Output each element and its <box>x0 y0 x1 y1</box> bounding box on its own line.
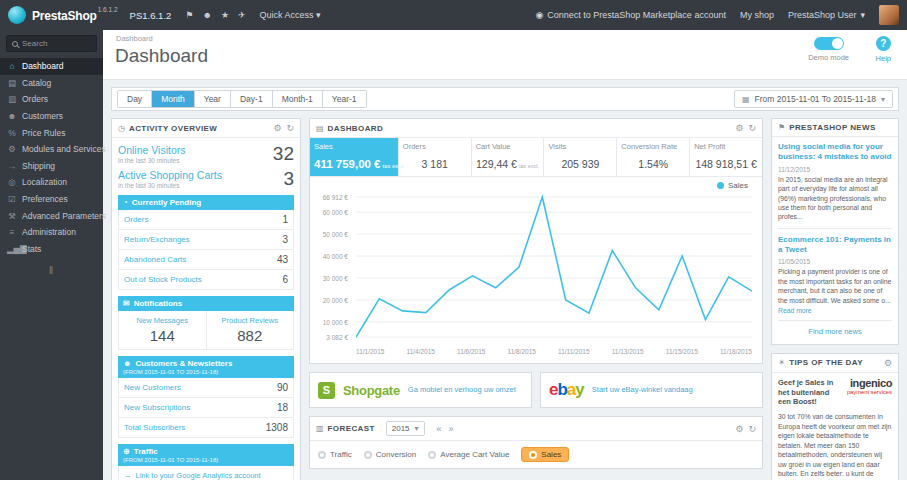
range-year-1-button[interactable]: Year-1 <box>323 91 366 108</box>
range-month-button[interactable]: Month <box>152 91 195 108</box>
star-icon[interactable]: ★ <box>221 10 229 20</box>
shopgate-link[interactable]: Ga mobiel en verhoog uw omzet <box>408 385 516 394</box>
range-year-button[interactable]: Year <box>195 91 231 108</box>
gear-icon[interactable]: ⚙ <box>735 424 743 434</box>
sidebar-collapse-icon[interactable]: ‖ <box>0 265 103 276</box>
forecast-avg-cart-toggle[interactable]: Average Cart Value <box>428 450 509 459</box>
help-button[interactable]: ? Help <box>876 36 891 63</box>
envelope-icon: ✉ <box>123 299 130 308</box>
sidebar-item-orders[interactable]: ▥Orders <box>0 91 103 108</box>
sidebar-item-administration[interactable]: ≡Administration <box>0 224 103 241</box>
ingenico-logo: ingenico payment services <box>847 378 892 396</box>
refresh-icon[interactable]: ↻ <box>748 123 756 133</box>
sidebar-item-preferences[interactable]: ☑Preferences <box>0 191 103 208</box>
range-day-button[interactable]: Day <box>118 91 152 108</box>
ebay-link[interactable]: Start uw eBay-winkel vandaag <box>592 385 693 394</box>
online-visitors-kpi[interactable]: Online Visitors in the last 30 minutes 3… <box>118 144 294 164</box>
gear-icon[interactable]: ⚙ <box>884 358 892 368</box>
sidebar-item-dashboard[interactable]: ⌂Dashboard <box>0 58 103 75</box>
pending-orders-row[interactable]: Orders1 <box>118 210 294 230</box>
currently-pending-header: ◔Currently Pending <box>118 195 294 210</box>
x-tick-label: 11/13/2015 <box>612 348 644 355</box>
marketplace-link[interactable]: ◉ Connect to PrestaShop Marketplace acco… <box>535 10 725 20</box>
sidebar-item-advanced-parameters[interactable]: ⚒Advanced Parameters <box>0 207 103 224</box>
search-input[interactable] <box>22 39 92 48</box>
gear-icon[interactable]: ⚙ <box>273 123 281 133</box>
sidebar-item-stats[interactable]: ▂▅▇Stats <box>0 241 103 258</box>
x-tick-label: 11/1/2015 <box>356 348 384 355</box>
next-year-button[interactable]: » <box>447 424 456 434</box>
range-day-1-button[interactable]: Day-1 <box>231 91 273 108</box>
toggle-switch[interactable] <box>814 37 844 50</box>
activity-panel: ◷ ACTIVITY OVERVIEW ⚙ ↻ Online Visitors … <box>111 118 301 480</box>
range-month-1-button[interactable]: Month-1 <box>273 91 323 108</box>
stat-visits[interactable]: Visits 205 939 <box>544 138 617 176</box>
dashboard-panel-header: ▤ DASHBOARD ⚙ ↻ <box>310 119 762 138</box>
forecast-traffic-toggle[interactable]: Traffic <box>318 450 352 459</box>
sidebar-item-localization[interactable]: ◎Localization <box>0 174 103 191</box>
active-carts-kpi[interactable]: Active Shopping Carts in the last 30 min… <box>118 169 294 189</box>
y-tick-label: 50 000 € <box>323 231 348 238</box>
bookmark-icon[interactable]: ⚑ <box>185 10 193 20</box>
sidebar-item-shipping[interactable]: →Shipping <box>0 158 103 175</box>
modules-icon: ⚙ <box>7 144 17 154</box>
customers-icon: ☻ <box>7 111 17 121</box>
news-panel: ⚑ PRESTASHOP NEWS Using social media for… <box>771 118 899 345</box>
chevron-down-icon: ▾ <box>415 424 419 433</box>
stat-conversion-rate[interactable]: Conversion Rate 1.54% <box>617 138 690 176</box>
new-messages-cell[interactable]: New Messages 144 <box>119 311 206 349</box>
forecast-sales-toggle[interactable]: Sales <box>521 447 569 462</box>
y-tick-label: 10 000 € <box>323 318 348 325</box>
radio-icon <box>529 451 537 459</box>
google-analytics-link[interactable]: → Link to your Google Analytics account <box>118 466 294 480</box>
activity-panel-header: ◷ ACTIVITY OVERVIEW ⚙ ↻ <box>112 119 300 138</box>
shopgate-module: S Shopgate Ga mobiel en verhoog uw omzet <box>309 372 532 408</box>
news-article-title[interactable]: Ecommerce 101: Payments in a Tweet <box>778 235 892 256</box>
demo-mode-toggle[interactable]: Demo mode <box>808 37 849 62</box>
new-subscriptions-row[interactable]: New Subscriptions18 <box>118 398 294 418</box>
out-of-stock-row[interactable]: Out of Stock Products6 <box>118 270 294 290</box>
user-menu[interactable]: PrestaShop User ▾ <box>788 10 865 20</box>
sidebar-item-price-rules[interactable]: %Price Rules <box>0 124 103 141</box>
total-subscribers-row[interactable]: Total Subscribers1308 <box>118 418 294 438</box>
news-article-date: 11/05/2015 <box>778 258 892 265</box>
sidebar: ⌂Dashboard ▤Catalog ▥Orders ☻Customers %… <box>0 30 103 480</box>
rocket-icon[interactable]: ✈ <box>238 10 246 20</box>
news-article-title[interactable]: Using social media for your business: 4 … <box>778 142 892 163</box>
new-customers-row[interactable]: New Customers90 <box>118 378 294 398</box>
forecast-nav: « » <box>435 424 456 434</box>
quick-access-menu[interactable]: Quick Access ▾ <box>260 10 321 20</box>
sidebar-search[interactable] <box>6 35 97 52</box>
stat-orders[interactable]: Orders 3 181 <box>399 138 472 176</box>
sidebar-item-catalog[interactable]: ▤Catalog <box>0 75 103 92</box>
pending-returns-row[interactable]: Return/Exchanges3 <box>118 230 294 250</box>
my-shop-link[interactable]: My shop <box>740 10 774 20</box>
forecast-year-select[interactable]: 2015 ▾ <box>386 421 425 436</box>
gear-icon[interactable]: ⚙ <box>735 123 743 133</box>
user-avatar[interactable] <box>879 5 899 25</box>
radio-icon <box>428 451 436 459</box>
prev-year-button[interactable]: « <box>435 424 444 434</box>
refresh-icon[interactable]: ↻ <box>286 123 294 133</box>
read-more-link[interactable]: Read more <box>778 307 892 314</box>
abandoned-carts-row[interactable]: Abandoned Carts43 <box>118 250 294 270</box>
clock-icon: ◔ <box>123 198 128 207</box>
forecast-conversion-toggle[interactable]: Conversion <box>364 450 416 459</box>
panel-tools: ⚙ ↻ <box>273 123 294 133</box>
sidebar-item-modules[interactable]: ⚙Modules and Services <box>0 141 103 158</box>
forecast-panel: ▥ FORECAST 2015 ▾ « » ⚙ ↻ <box>309 416 763 469</box>
sidebar-item-customers[interactable]: ☻Customers <box>0 108 103 125</box>
stat-net-profit[interactable]: Net Profit 148 918,51 € <box>690 138 762 176</box>
search-icon <box>12 41 18 47</box>
stat-cart-value[interactable]: Cart Value 129,44 €tax excl. <box>472 138 545 176</box>
globe-icon: ⊕ <box>123 447 130 456</box>
stat-sales[interactable]: Sales 411 759,00 €tax excl. <box>310 138 399 176</box>
x-tick-label: 11/6/2015 <box>457 348 485 355</box>
find-more-news-link[interactable]: Find more news <box>778 327 892 336</box>
product-reviews-cell[interactable]: Product Reviews 882 <box>206 311 294 349</box>
calendar-icon: ▦ <box>742 95 750 104</box>
date-range-picker[interactable]: ▦ From 2015-11-01 To 2015-11-18 ▾ <box>734 90 893 108</box>
shop-code: PS1.6.1.2 <box>130 10 172 21</box>
profile-icon[interactable]: ☻ <box>202 10 211 20</box>
refresh-icon[interactable]: ↻ <box>748 424 756 434</box>
